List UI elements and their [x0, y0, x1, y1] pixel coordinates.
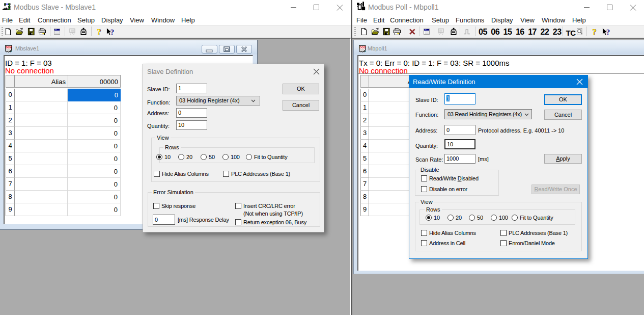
- svg-text:?: ?: [97, 28, 101, 36]
- svg-text:DOC: DOC: [360, 46, 367, 49]
- svg-text:DOC: DOC: [6, 46, 13, 49]
- svg-text:?: ?: [592, 28, 597, 36]
